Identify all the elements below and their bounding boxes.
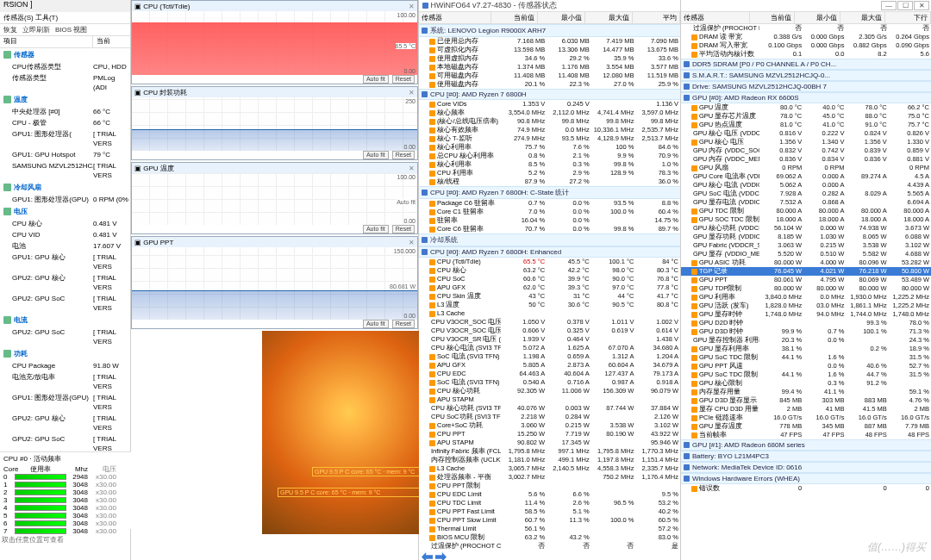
grid-row[interactable]: GPU D3D 显存显示845 MB303 MB883 MB4.76 % <box>681 396 931 405</box>
grid-row[interactable]: GPU D3D 时钟99.9 %0.7 %100.1 %71.3 % <box>681 327 931 336</box>
arrow-back-icon[interactable] <box>422 552 433 560</box>
grid-row[interactable]: 错误数000 <box>681 484 931 493</box>
grid-row[interactable]: CPU SoC功耗 (SVI3 TFN)2.218 W0.284 W2.126 … <box>419 413 680 421</box>
grid-row[interactable]: GPU Core 电流率 (VDDCR_GFX)69.062 A0.000 A8… <box>681 172 931 181</box>
grid-row[interactable]: 显存 CPU D3D 用量2 MB41 MB41.5 MB2 MB <box>681 405 931 414</box>
grid-row[interactable]: GPU 显存 (VDDIO_MEM)5.520 W0.510 W5.582 W4… <box>681 250 931 258</box>
grid-row[interactable]: Package C6 驻留率0.7 %0.0 %93.5 %8.8 % <box>419 199 680 208</box>
grid-row[interactable]: CPU Skin 温度43 °C31 °C44 °C41.7 °C <box>419 292 680 301</box>
grid-row[interactable]: L3 Cache3,065.7 MHz2,140.5 MHz4,558.3 MH… <box>419 464 680 473</box>
grid-row[interactable]: GPU TDC 限制80.000 A80.000 A80.000 A80.000… <box>681 207 931 215</box>
graph-plot[interactable]: 100.000.0065.5 °C <box>132 11 417 75</box>
grid-row[interactable]: CPU 利用率5.2 %2.9 %128.9 %78.3 % <box>419 169 680 177</box>
grid-row[interactable]: GPU SoC 电流 (VDDCR_SOC)7.928 A0.282 A8.02… <box>681 190 931 198</box>
col-current[interactable]: 当前值 <box>491 12 539 23</box>
tree-row[interactable]: GPU1: GPU 核心[ TRIAL VERS <box>0 252 130 272</box>
grid-row[interactable]: Core C1 驻留率7.0 %0.0 %100.0 %60.4 % <box>419 208 680 216</box>
grid-row[interactable]: 使用虚拟内存34.6 %29.2 %35.9 %33.6 % <box>419 54 680 63</box>
tree-row[interactable]: GPU2: GPU SoC[ TRIAL VERS <box>0 293 130 314</box>
col-avg[interactable]: 平均 <box>633 12 680 23</box>
tree-row[interactable]: CPU 核心0.481 V <box>0 218 130 229</box>
grid-section[interactable]: CPU [#0]: AMD Ryzen 7 6800H: Enhanced <box>419 246 680 258</box>
tree-row[interactable]: 传感器类型PMLog (ADI <box>0 72 130 93</box>
grid-row[interactable]: CPU PPT Fast Limit58.5 %5.1 %40.2 % <box>419 507 680 516</box>
grid-row[interactable]: CPU 核心63.2 °C42.2 °C98.0 °C80.3 °C <box>419 266 680 275</box>
grid-row[interactable]: 总CPU 核心利用率0.8 %2.1 %9.9 %70.9 % <box>419 152 680 160</box>
grid-row[interactable]: 核心频率3,554.0 MHz2,112.0 MHz4,741.4 MHz3,5… <box>419 109 680 117</box>
tree-section[interactable]: 传感器 <box>0 48 130 61</box>
grid-body-left[interactable]: 系统: LENOVO Legion R9000X ARH7已使用总内存7.168… <box>419 24 680 550</box>
grid-row[interactable]: GPU 显存时钟1,748.0 MHz94.0 MHz1,744.0 MHz1,… <box>681 310 931 319</box>
grid-row[interactable]: APU STAPM90.802 W17.345 W95.946 W <box>419 439 680 447</box>
grid-row[interactable]: GPU 核心功耗 (VDDCR_GFX)56.104 W0.000 W74.93… <box>681 224 931 233</box>
grid-row[interactable]: Thermal Limit56.1 %57.2 % <box>419 525 680 533</box>
col-sensor[interactable]: 传感器 <box>419 12 491 23</box>
grid-row[interactable]: PCIe 链路速率16.0 GT/s16.0 GT/s16.0 GT/s16.0… <box>681 414 931 422</box>
graph-plot[interactable]: 2500.00 <box>132 97 417 151</box>
grid-row[interactable]: GPU PPT80.061 W4.795 W80.069 W53.489 W <box>681 276 931 284</box>
grid-row[interactable]: TGP 记录76.045 W4.021 W76.218 W50.800 W <box>681 267 931 276</box>
grid-row[interactable]: CPU V3OCR_SOC 电压 (SVI3 TFN)1.050 V0.378 … <box>419 318 680 327</box>
tree-row[interactable]: GPU1: 图形处理器([ TRIAL VERS <box>0 128 130 149</box>
minimize-icon[interactable]: — <box>881 1 897 10</box>
grid-row[interactable]: APU GFX5.805 A2.873 A60.604 A34.679 A <box>419 361 680 370</box>
grid-row[interactable]: CPU V3OCR_SR 电压 (SVI3 TFN)1.939 V0.464 V… <box>419 335 680 344</box>
grid-row[interactable]: GPU 热点温度81.0 °C41.0 °C91.0 °C75.7 °C <box>681 121 931 129</box>
col-current[interactable]: 当前值 <box>750 12 796 23</box>
autofit-button[interactable]: Auto fit <box>363 225 389 233</box>
tree-row[interactable]: GPU2: GPU 核心[ TRIAL VERS <box>0 413 130 433</box>
grid-section[interactable]: GPU [#1]: AMD Radeon 680M series <box>681 439 931 451</box>
grid-row[interactable]: Infinity Fabric 频率 (FCLK)1,795.8 MHz997.… <box>419 447 680 456</box>
col-min[interactable]: 最小值 <box>795 12 840 23</box>
grid-row[interactable]: GPU Fabric (VDDCR_SOC)3.063 W0.215 W3.53… <box>681 241 931 250</box>
autofit-button[interactable]: Auto fit <box>363 151 389 159</box>
grid-row[interactable]: 使用磁盘内存20.1 %22.3 %27.0 %25.9 % <box>419 80 680 89</box>
graph-close-icon[interactable]: ✕ <box>409 89 415 96</box>
grid-row[interactable]: L3 温度50 °C30.6 °C90.5 °C80.8 °C <box>419 301 680 309</box>
grid-section[interactable]: CPU [#0]: AMD Ryzen 7 6800H <box>419 89 680 100</box>
tree-section[interactable]: 功耗 <box>0 347 130 360</box>
graph-plot[interactable]: 100.000.00Auto fit <box>132 173 417 225</box>
autofit-button[interactable]: Auto fit <box>363 75 389 84</box>
grid-row[interactable]: GPU 活跃 (发车)1,828.0 MHz03.0 MHz1,861.1 MH… <box>681 302 931 310</box>
graph-plot[interactable]: 150.0000.0080.681 W <box>132 247 417 320</box>
grid-row[interactable]: CPU PPT15.250 W7.719 W80.190 W43.922 W <box>419 430 680 439</box>
tree-row[interactable]: CPU VID0.481 V <box>0 229 130 240</box>
tree-row[interactable]: 中央处理器 [#0]66 °C <box>0 106 130 117</box>
grid-row[interactable]: APU STAPM <box>419 395 680 404</box>
graph-close-icon[interactable]: ✕ <box>409 3 415 10</box>
tree-row[interactable]: GPU1: 图形处理器(GPU)0 RPM (0% <box>0 194 130 205</box>
tree-row[interactable]: GPU2: GPU SoC[ TRIAL VERS <box>0 327 130 347</box>
tree-row[interactable]: GPU1: GPU Hotspot79 °C <box>0 149 130 160</box>
grid-row[interactable]: 可虚拟化内存13.598 MB13.306 MB14.477 MB13.675 … <box>419 46 680 54</box>
arrow-fwd-icon[interactable] <box>435 552 447 560</box>
grid-section[interactable]: DDR5 SDRAM [P0 / P0 CHANNEL A / P0 CH... <box>681 59 931 70</box>
graph-close-icon[interactable]: ✕ <box>409 165 415 172</box>
grid-row[interactable]: 核心有效频率74.9 MHz0.0 MHz10,336.1 MHz2,535.7… <box>419 126 680 134</box>
grid-row[interactable]: GPU 内存 (VDDC_SOC)0.832 V0.742 V0.839 V0.… <box>681 146 931 155</box>
app-titlebar[interactable]: HWiNFO64 v7.27-4830 - 传感器状态 <box>419 0 680 12</box>
grid-row[interactable]: GPU 核心限制0.3 %91.2 % <box>681 379 931 388</box>
autofit-button[interactable]: Auto fit <box>363 320 389 328</box>
tree-row[interactable]: SAMSUNG MZVL2512HCJQ-..[ TRIAL VERS <box>0 160 130 181</box>
grid-row[interactable]: CPU TDC Limit11.4 %2.6 %96.5 %53.2 % <box>419 499 680 507</box>
grid-row[interactable]: 平均活动内核计数0.10.08.25.6 <box>681 50 931 59</box>
grid-row[interactable]: 过温保护 (PROCHOT CPU)否否否是 <box>419 542 680 550</box>
tree-section[interactable]: 电流 <box>0 314 130 327</box>
grid-section[interactable]: Drive: SAMSUNG MZVL2512HCJQ-00BH 7 <box>681 81 931 92</box>
reset-button[interactable]: Reset <box>392 75 415 84</box>
grid-row[interactable]: CPU 核心电流 (SVI3 TFN)5.072 A1.625 A67.070 … <box>419 344 680 352</box>
graph-close-icon[interactable]: ✕ <box>409 239 415 246</box>
grid-row[interactable]: GPU 风扇0 RPM0 RPM0 RPM <box>681 164 931 172</box>
col-max[interactable]: 最大值 <box>840 12 886 23</box>
grid-row[interactable]: DRAM 读 带宽0.388 G/s0.000 Gbps2.305 G/s0.2… <box>681 33 931 41</box>
grid-section[interactable]: Battery: BYO L21M4PC3 <box>681 451 931 462</box>
grid-section[interactable]: CPU [#0]: AMD Ryzen 7 6800H: C-State 统计 <box>419 186 680 199</box>
tree-row[interactable]: 电池充/放电率[ TRIAL VERS <box>0 371 130 392</box>
grid-row[interactable]: GPU D2D 时钟99.3 %78.0 % <box>681 319 931 327</box>
col-min[interactable]: 最小值 <box>538 12 585 23</box>
grid-section[interactable]: 系统: LENOVO Legion R9000X ARH7 <box>419 24 680 37</box>
tree-section[interactable]: 冷却风扇 <box>0 181 130 194</box>
grid-row[interactable]: 核心 T-监听274.9 MHz93.5 MHz4,128.9 MHz2,513… <box>419 134 680 143</box>
grid-row[interactable]: GPU TDP限制80.000 W80.000 W80.000 W80.000 … <box>681 284 931 293</box>
